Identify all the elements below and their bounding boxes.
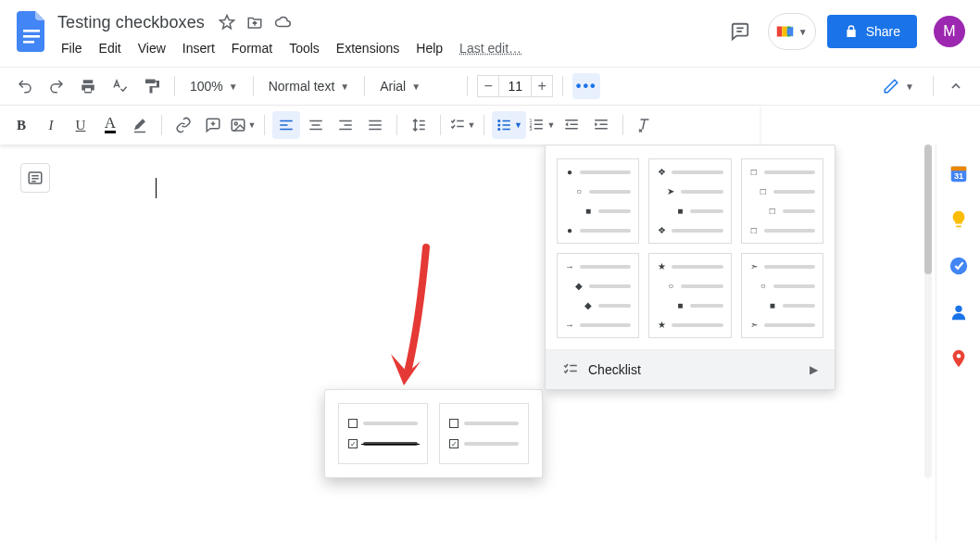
bulleted-list-popup: ● ○ ■ ● ❖ ➤ ■ ❖ □ □ □ □ xyxy=(545,145,836,390)
checklist-icon[interactable]: ▼ xyxy=(448,111,476,139)
zoom-select[interactable]: 100% ▼ xyxy=(184,79,244,94)
svg-rect-43 xyxy=(595,128,608,130)
bullet-option-chevron[interactable]: ➣ ○ ■ ➣ xyxy=(741,253,823,338)
font-family-select[interactable]: Arial ▼ xyxy=(374,79,458,94)
comments-icon[interactable] xyxy=(723,15,757,48)
caret-icon: ▼ xyxy=(411,82,421,92)
font-size-control: − 11 + xyxy=(477,75,553,97)
star-icon[interactable] xyxy=(218,13,236,32)
move-icon[interactable] xyxy=(245,13,264,32)
line-spacing-icon[interactable] xyxy=(405,111,433,139)
right-actions: ▼ Share M xyxy=(723,7,965,50)
menu-insert[interactable]: Insert xyxy=(175,37,222,59)
svg-rect-6 xyxy=(782,27,787,37)
document-title[interactable]: Testing checkboxes xyxy=(54,13,208,32)
svg-rect-36 xyxy=(534,124,543,126)
menu-format[interactable]: Format xyxy=(224,37,280,59)
svg-point-26 xyxy=(497,120,500,122)
svg-rect-2 xyxy=(23,41,34,44)
numbered-list-icon[interactable]: 123▼ xyxy=(528,111,556,139)
checklist-style-plain[interactable]: ✓ xyxy=(439,403,529,464)
align-center-icon[interactable] xyxy=(302,111,330,139)
docbar: Testing checkboxes File Edit View Insert… xyxy=(0,0,980,59)
menu-tools[interactable]: Tools xyxy=(282,37,327,59)
svg-point-54 xyxy=(955,306,961,312)
print-icon[interactable] xyxy=(74,73,102,99)
svg-point-28 xyxy=(497,128,500,131)
svg-rect-35 xyxy=(534,120,543,121)
meet-caret-icon: ▼ xyxy=(798,27,808,37)
clear-formatting-icon[interactable] xyxy=(631,111,659,139)
document-outline-icon[interactable] xyxy=(20,163,50,193)
checklist-styles-popup: ✓ ✓ xyxy=(324,389,543,478)
font-size-increase[interactable]: + xyxy=(531,75,553,97)
font-size-value[interactable]: 11 xyxy=(499,75,531,97)
more-tools-icon[interactable]: ••• xyxy=(572,73,600,99)
redo-icon[interactable] xyxy=(43,73,70,99)
highlight-color-icon[interactable] xyxy=(126,111,154,139)
side-panel: 31 xyxy=(936,145,980,542)
checklist-submenu[interactable]: Checklist ▶ xyxy=(546,349,835,389)
font-size-decrease[interactable]: − xyxy=(477,75,499,97)
checklist-icon xyxy=(562,361,579,378)
caret-icon: ▼ xyxy=(905,82,914,92)
spellcheck-icon[interactable] xyxy=(106,73,133,99)
add-comment-icon[interactable] xyxy=(199,111,227,139)
scrollbar[interactable] xyxy=(924,145,932,478)
menu-view[interactable]: View xyxy=(131,37,173,59)
last-edit-link[interactable]: Last edit… xyxy=(458,37,523,59)
text-color-button[interactable]: A xyxy=(96,111,124,139)
font-family-value: Arial xyxy=(380,79,406,94)
menubar: File Edit View Insert Format Tools Exten… xyxy=(54,37,523,59)
paragraph-style-select[interactable]: Normal text ▼ xyxy=(263,79,355,94)
decrease-indent-icon[interactable] xyxy=(558,111,585,139)
docs-logo[interactable] xyxy=(13,7,50,56)
zoom-value: 100% xyxy=(190,79,223,94)
svg-rect-30 xyxy=(503,124,510,126)
text-cursor xyxy=(156,178,157,198)
undo-icon[interactable] xyxy=(11,73,39,99)
share-label: Share xyxy=(866,24,900,39)
cloud-status-icon[interactable] xyxy=(273,13,292,32)
underline-icon[interactable]: U xyxy=(67,111,94,139)
bullet-option-disc[interactable]: ● ○ ■ ● xyxy=(557,158,639,244)
paint-format-icon[interactable] xyxy=(137,73,165,99)
increase-indent-icon[interactable] xyxy=(587,111,615,139)
svg-rect-40 xyxy=(565,128,578,130)
tasks-icon[interactable] xyxy=(949,256,969,276)
svg-rect-41 xyxy=(595,120,608,121)
contacts-icon[interactable] xyxy=(949,302,969,322)
bold-icon[interactable]: B xyxy=(7,111,35,139)
checklist-style-strike[interactable]: ✓ xyxy=(338,403,428,464)
pencil-icon xyxy=(883,78,899,95)
menu-edit[interactable]: Edit xyxy=(92,37,129,59)
keep-icon[interactable] xyxy=(949,209,969,230)
bullet-option-star[interactable]: ★ ○ ■ ★ xyxy=(648,253,731,338)
insert-link-icon[interactable] xyxy=(170,111,197,139)
title-stack: Testing checkboxes File Edit View Insert… xyxy=(54,9,523,59)
collapse-toolbar-icon[interactable] xyxy=(943,73,969,99)
italic-icon[interactable]: I xyxy=(37,111,65,139)
caret-icon: ▼ xyxy=(229,82,238,92)
paragraph-style-value: Normal text xyxy=(269,79,335,94)
share-button[interactable]: Share xyxy=(827,15,917,48)
bullet-option-arrow[interactable]: → ◆ ◆ → xyxy=(557,253,639,338)
account-avatar[interactable]: M xyxy=(934,16,965,47)
align-right-icon[interactable] xyxy=(332,111,359,139)
lock-icon xyxy=(844,24,859,39)
document-surface[interactable]: ▼ ● ○ ■ ● ❖ ➤ ■ ❖ xyxy=(0,145,936,542)
align-left-icon[interactable] xyxy=(272,111,300,139)
bullet-option-diamond[interactable]: ❖ ➤ ■ ❖ xyxy=(648,158,731,244)
align-justify-icon[interactable] xyxy=(361,111,389,139)
insert-image-icon[interactable]: ▼ xyxy=(229,111,257,139)
menu-extensions[interactable]: Extensions xyxy=(329,37,407,59)
meet-button[interactable]: ▼ xyxy=(768,13,816,50)
menu-help[interactable]: Help xyxy=(408,37,450,59)
toolbar-overflow: B I U A ▼ ▼ ▼ 123▼ xyxy=(0,106,760,145)
bullet-option-square[interactable]: □ □ □ □ xyxy=(741,158,823,244)
maps-icon[interactable] xyxy=(949,348,969,369)
bulleted-list-icon[interactable]: ▼ xyxy=(492,111,526,139)
editing-mode-button[interactable]: ▼ xyxy=(873,74,923,98)
menu-file[interactable]: File xyxy=(54,37,90,59)
calendar-icon[interactable]: 31 xyxy=(949,163,969,183)
